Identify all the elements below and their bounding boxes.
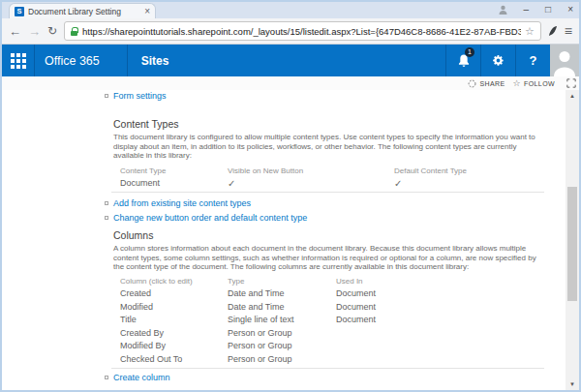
col-header-visible-new-button: Visible on New Button [228,166,394,175]
notification-badge: 1 [465,47,474,57]
col-header-column: Column (click to edit) [120,277,228,286]
check-icon: ✓ [394,178,536,189]
reload-icon[interactable]: ↻ [47,25,57,37]
scroll-down-icon[interactable]: ▼ [566,378,579,390]
browser-window: S Document Library Setting × – □ × ← → ↻… [0,0,581,392]
column-used-in: Document [336,315,536,324]
maximize-button[interactable]: □ [545,3,551,15]
vertical-scrollbar[interactable]: ▲ ▼ [566,90,579,390]
columns-table-header: Column (click to edit) Type Used In [120,275,536,287]
col-header-content-type: Content Type [120,166,228,175]
table-row: Created By Person or Group [120,326,536,340]
suite-bar: Office 365 Sites 1 ? [2,45,579,76]
page-action-strip: SHARE ☆ FOLLOW [2,76,579,90]
add-content-types-label: Add from existing site content types [113,198,251,208]
divider [111,368,544,369]
notifications-button[interactable]: 1 [445,45,480,76]
share-icon [468,79,476,88]
browser-tab[interactable]: S Document Library Setting × [9,3,156,18]
table-row: Created Date and Time Document [120,287,536,301]
square-bullet-icon [105,216,108,220]
minimize-button[interactable]: – [524,3,530,15]
form-settings-link[interactable]: Form settings [105,91,536,101]
follow-label: FOLLOW [524,80,555,87]
sharepoint-favicon-icon: S [15,7,24,16]
settings-page: Form settings Content Types This documen… [2,90,566,390]
column-name-link[interactable]: Checked Out To [120,354,228,364]
content-types-heading: Content Types [113,118,536,130]
change-new-button-order-link[interactable]: Change new button order and default cont… [105,213,536,223]
column-used-in: Document [336,302,536,312]
browser-menu-icon[interactable]: ≡ [565,24,572,38]
gear-icon [492,54,505,67]
forward-icon[interactable]: → [28,25,41,38]
columns-table: Column (click to edit) Type Used In Crea… [120,275,536,366]
col-header-type: Type [228,277,336,286]
help-icon: ? [530,53,537,68]
close-button[interactable]: × [567,3,573,15]
app-launcher-icon [11,53,26,69]
address-bar[interactable]: https://sharepointtutorials.sharepoint.c… [64,21,541,41]
square-bullet-icon [105,376,108,379]
column-type: Single line of text [228,315,336,324]
column-type: Date and Time [228,302,336,312]
square-bullet-icon [105,94,108,98]
follow-star-icon: ☆ [513,79,521,88]
columns-heading: Columns [113,229,536,241]
column-name-link[interactable]: Created By [120,328,228,338]
browser-profile-icon[interactable] [499,5,507,15]
tab-close-icon[interactable]: × [144,7,150,16]
create-column-link[interactable]: Create column [105,373,536,382]
table-row: Checked Out To Person or Group [120,352,536,366]
sites-nav-link[interactable]: Sites [128,45,183,76]
col-header-used-in: Used In [336,277,536,286]
column-name-link[interactable]: Created [120,288,228,298]
browser-toolbar: ← → ↻ https://sharepointtutorials.sharep… [2,18,579,45]
column-name-link[interactable]: Modified By [120,341,228,350]
content-types-table-header: Content Type Visible on New Button Defau… [120,165,536,177]
col-header-default-content-type: Default Content Type [394,166,536,175]
columns-description: A column stores information about each d… [113,244,546,272]
office365-brand[interactable]: Office 365 [35,45,128,76]
table-row: Title Single line of text Document [120,314,536,327]
table-row: Modified By Person or Group [120,340,536,353]
scroll-up-icon[interactable]: ▲ [566,90,579,102]
follow-button[interactable]: ☆ FOLLOW [513,79,555,88]
https-lock-icon[interactable] [71,27,77,36]
create-column-label: Create column [113,373,170,382]
window-controls: – □ × [499,3,573,15]
extension-icon[interactable] [548,25,558,37]
app-launcher-button[interactable] [2,45,35,76]
url-text[interactable]: https://sharepointtutorials.sharepoint.c… [82,26,521,37]
form-settings-label: Form settings [113,91,167,101]
square-bullet-icon [105,201,108,205]
back-icon[interactable]: ← [9,25,21,38]
column-type: Person or Group [228,328,336,338]
focus-on-content-button[interactable] [566,78,576,88]
column-type: Person or Group [228,341,336,350]
divider [111,192,544,193]
tab-title: Document Library Setting [28,7,140,16]
content-type-name[interactable]: Document [120,178,228,188]
share-button[interactable]: SHARE [468,79,505,88]
column-type: Person or Group [228,354,336,364]
help-button[interactable]: ? [515,45,550,76]
scrollbar-thumb[interactable] [567,187,577,301]
column-type: Date and Time [228,288,336,298]
content-types-description: This document library is configured to a… [113,133,546,161]
table-row: Document ✓ ✓ [120,177,536,191]
column-name-link[interactable]: Title [120,315,228,324]
page-content: Form settings Content Types This documen… [2,90,579,390]
tab-strip: S Document Library Setting × – □ × [2,2,579,18]
suite-bar-spacer [182,45,445,76]
change-new-button-order-label: Change new button order and default cont… [113,213,307,223]
settings-button[interactable] [480,45,515,76]
bookmark-star-icon[interactable]: ☆ [525,26,535,37]
column-name-link[interactable]: Modified [120,302,228,312]
share-label: SHARE [479,80,505,87]
add-content-types-link[interactable]: Add from existing site content types [105,198,536,208]
table-row: Modified Date and Time Document [120,300,536,314]
check-icon: ✓ [228,178,394,189]
column-used-in: Document [336,288,536,298]
user-avatar[interactable] [550,45,579,76]
